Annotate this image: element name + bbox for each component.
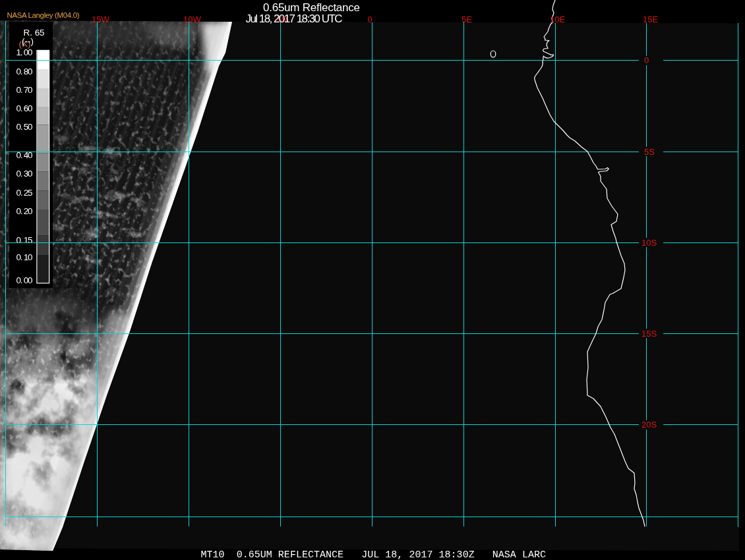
svg-text:0. 20: 0. 20 [16,206,33,216]
svg-text:0. 30: 0. 30 [16,169,33,179]
svg-text:0. 70: 0. 70 [16,85,33,95]
svg-text:5S: 5S [644,147,655,157]
svg-text:0: 0 [644,55,649,65]
svg-text:MT10 0.65UM REFLECTANCE JUL: MT10 0.65UM REFLECTANCE JUL 18, 2017 18:… [201,549,547,560]
svg-text:15W: 15W [92,14,109,24]
svg-text:Jul 18, 2017 18:30 UTC: Jul 18, 2017 18:30 UTC [246,13,343,25]
svg-text:0. 15: 0. 15 [16,235,33,245]
svg-text:0: 0 [368,14,372,24]
svg-text:0. 00: 0. 00 [16,275,33,285]
svg-text:1. 00: 1. 00 [16,47,33,57]
svg-text:15S: 15S [641,329,657,339]
svg-text:20S: 20S [641,420,657,430]
svg-text:10S: 10S [641,238,657,248]
svg-text:10W: 10W [183,14,201,24]
svg-text:10E: 10E [550,14,565,24]
svg-text:NASA Langley (M04.0): NASA Langley (M04.0) [7,11,80,19]
svg-text:0. 25: 0. 25 [16,188,33,198]
svg-text:0. 80: 0. 80 [16,67,33,76]
svg-text:(--): (--) [22,36,34,46]
svg-text:5E: 5E [462,14,472,24]
svg-text:15E: 15E [643,14,658,24]
svg-text:0. 50: 0. 50 [16,122,33,132]
svg-text:0. 10: 0. 10 [16,252,33,262]
svg-text:0. 60: 0. 60 [16,103,33,113]
